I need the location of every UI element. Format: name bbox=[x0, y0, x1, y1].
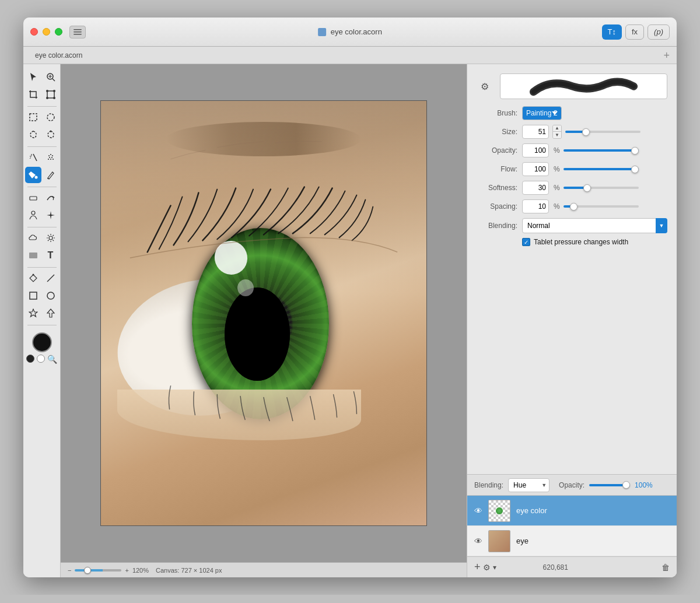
svg-line-37 bbox=[52, 235, 54, 236]
opacity-input[interactable] bbox=[522, 143, 549, 157]
layers-opacity-slider[interactable] bbox=[589, 484, 630, 486]
add-layer-button[interactable]: + bbox=[474, 561, 481, 573]
canvas-wrapper[interactable] bbox=[61, 64, 467, 562]
size-down-button[interactable]: ▼ bbox=[553, 132, 561, 138]
svg-line-36 bbox=[52, 240, 54, 241]
canvas-image[interactable] bbox=[100, 100, 427, 526]
opacity-slider[interactable] bbox=[564, 149, 639, 152]
tool-pencil[interactable] bbox=[43, 167, 59, 183]
blending-select[interactable]: Normal Multiply Screen Overlay Hue bbox=[522, 218, 667, 233]
size-input[interactable]: 51 bbox=[522, 125, 549, 139]
size-up-button[interactable]: ▲ bbox=[553, 125, 561, 132]
tool-zoom[interactable] bbox=[43, 69, 59, 85]
magnifier-tool[interactable]: 🔍 bbox=[47, 355, 57, 364]
zoom-controls: − + 120% bbox=[68, 567, 149, 574]
tools-button[interactable]: T↕ bbox=[602, 24, 622, 40]
svg-point-30 bbox=[49, 236, 52, 240]
zoom-in-button[interactable]: + bbox=[125, 567, 128, 574]
brush-flow-row: Flow: % bbox=[477, 162, 667, 176]
maximize-button[interactable] bbox=[55, 28, 62, 36]
tool-rect-shape[interactable] bbox=[25, 247, 41, 264]
layers-section: Blending: Hue Normal Multiply Screen ▼ O… bbox=[467, 474, 677, 577]
softness-input[interactable] bbox=[522, 181, 549, 195]
tool-circle-outline[interactable] bbox=[43, 288, 59, 304]
sidebar-toggle-button[interactable] bbox=[69, 26, 86, 38]
eye-photo bbox=[101, 101, 426, 525]
svg-rect-1 bbox=[74, 31, 82, 33]
tool-star[interactable] bbox=[25, 305, 41, 321]
size-field-container: 51 ▲ ▼ bbox=[522, 125, 640, 139]
zoom-slider[interactable] bbox=[75, 569, 121, 572]
svg-line-18 bbox=[30, 157, 31, 159]
new-tab-button[interactable]: + bbox=[663, 50, 670, 61]
tool-sun[interactable] bbox=[43, 230, 59, 246]
tool-lasso[interactable] bbox=[25, 127, 41, 143]
brush-settings: ⚙ Brush: Painting 2 bbox=[467, 64, 677, 258]
softness-slider[interactable] bbox=[564, 187, 639, 189]
main-content: T bbox=[23, 64, 677, 577]
tool-arrow-up[interactable] bbox=[43, 305, 59, 321]
tool-text[interactable]: T bbox=[43, 247, 59, 264]
svg-point-13 bbox=[47, 114, 54, 121]
spacing-input[interactable] bbox=[522, 199, 549, 213]
tool-transform[interactable] bbox=[43, 86, 59, 103]
delete-layer-button[interactable]: 🗑 bbox=[662, 563, 670, 572]
fx-button[interactable]: fx bbox=[625, 24, 644, 40]
tool-pen[interactable] bbox=[25, 270, 41, 286]
layer-thumbnail-eye bbox=[488, 530, 510, 552]
tool-crop[interactable] bbox=[25, 86, 41, 103]
tool-ellipse-select[interactable] bbox=[43, 109, 59, 125]
brush-gear-button[interactable]: ⚙ bbox=[477, 78, 493, 94]
foreground-color[interactable] bbox=[32, 332, 52, 352]
white-swatch[interactable] bbox=[37, 355, 45, 363]
zoom-level: 120% bbox=[132, 567, 149, 574]
layers-blend-select[interactable]: Hue Normal Multiply Screen bbox=[508, 478, 550, 492]
svg-point-29 bbox=[32, 211, 35, 215]
tool-person[interactable] bbox=[25, 207, 41, 223]
flow-input[interactable] bbox=[522, 162, 549, 176]
layer-visibility-eye[interactable]: 👁 bbox=[474, 537, 482, 546]
tool-smudge[interactable] bbox=[43, 190, 59, 206]
size-slider[interactable] bbox=[565, 131, 640, 133]
brush-header: ⚙ bbox=[477, 73, 667, 99]
tool-line[interactable] bbox=[43, 270, 59, 286]
tool-eraser[interactable] bbox=[25, 190, 41, 206]
canvas-statusbar: − + 120% Canvas: 727 × 1024 px bbox=[61, 562, 467, 577]
black-swatch[interactable] bbox=[26, 355, 34, 363]
layer-name-eye: eye bbox=[516, 537, 670, 545]
tool-row-10: T bbox=[25, 247, 59, 264]
layer-item-eye-color[interactable]: 👁 eye color bbox=[467, 496, 677, 526]
panel-spacer bbox=[467, 258, 677, 474]
tool-row-1 bbox=[25, 69, 59, 85]
close-button[interactable] bbox=[30, 28, 38, 36]
tool-row-6 bbox=[25, 167, 59, 183]
brush-field-label: Brush: bbox=[477, 109, 517, 117]
layer-item-eye[interactable]: 👁 eye bbox=[467, 526, 677, 556]
tool-magic-lasso[interactable] bbox=[43, 127, 59, 143]
p-button[interactable]: (p) bbox=[648, 24, 670, 40]
tool-wand[interactable] bbox=[25, 149, 41, 166]
tool-spray[interactable] bbox=[43, 149, 59, 166]
svg-rect-0 bbox=[74, 29, 82, 30]
flow-slider[interactable] bbox=[564, 168, 639, 170]
zoom-out-button[interactable]: − bbox=[68, 567, 71, 574]
spacing-slider[interactable] bbox=[564, 205, 639, 208]
layer-options-button[interactable]: ▾ bbox=[493, 563, 496, 572]
tab-active[interactable]: eye color.acorn bbox=[30, 51, 87, 59]
layers-list: 👁 eye color 👁 bbox=[467, 496, 677, 556]
tool-rect-outline[interactable] bbox=[25, 288, 41, 304]
tool-row-13 bbox=[25, 305, 59, 321]
minimize-button[interactable] bbox=[43, 28, 50, 36]
layer-gear-button[interactable]: ⚙ bbox=[483, 563, 491, 572]
svg-line-38 bbox=[48, 240, 49, 241]
tool-sparkle[interactable] bbox=[43, 207, 59, 223]
tool-rect-select[interactable] bbox=[25, 109, 41, 125]
brush-select[interactable]: Painting 2 bbox=[522, 106, 562, 120]
separator-5 bbox=[27, 267, 57, 268]
tool-arrow[interactable] bbox=[25, 69, 41, 85]
tablet-pressure-checkbox[interactable] bbox=[522, 238, 530, 246]
svg-line-15 bbox=[33, 154, 37, 161]
layer-visibility-eye-color[interactable]: 👁 bbox=[474, 506, 482, 516]
tool-cloud[interactable] bbox=[25, 230, 41, 246]
tool-paint-bucket[interactable] bbox=[25, 167, 41, 183]
